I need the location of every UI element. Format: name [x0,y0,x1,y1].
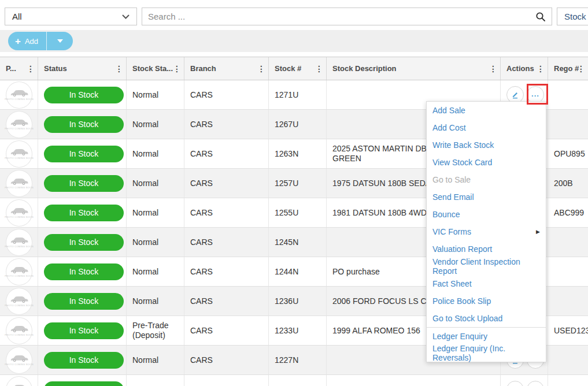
context-menu-item[interactable]: Send Email ▶ [427,188,546,206]
context-menu-item[interactable]: Vendor Client Inspection Report ▶ [427,258,546,275]
context-menu-item[interactable]: Ledger Enquiry ▶ [427,327,546,344]
more-actions-button[interactable]: ... [527,381,544,386]
column-menu-icon[interactable]: ⋮ [257,65,265,73]
stock-number-cell: 1257U [269,169,327,198]
branch-cell [184,375,269,386]
status-cell: In Stock [38,139,127,168]
column-header-stock-description[interactable]: Stock Description ⋮ [327,57,501,80]
column-header-status[interactable]: Status ⋮ [38,57,127,80]
photo-coming-soon-text: PHOTO COMING SOON [5,186,34,189]
context-menu-item-label: Go to Sale [432,175,471,184]
column-header-actions[interactable]: Actions ⋮ [501,57,548,80]
vehicle-photo-placeholder[interactable]: PHOTO COMING SOON [6,347,32,374]
column-label: Status [44,64,67,73]
stock-description-cell [327,375,501,386]
vehicle-photo-placeholder[interactable]: PHOTO COMING SOON [6,81,32,109]
context-menu-item[interactable]: VIC Forms ▶ [427,223,546,240]
context-menu-item-label: Go to Stock Upload [432,314,502,323]
column-menu-icon[interactable]: ⋮ [577,65,585,73]
context-menu-item-label: Add Cost [432,123,466,132]
stock-status-cell [127,375,184,386]
vehicle-photo-placeholder[interactable]: PHOTO COMING SOON [6,258,32,285]
photo-cell: PHOTO COMING SOON [0,110,38,139]
column-menu-icon[interactable]: ⋮ [27,65,35,73]
photo-cell: PHOTO COMING SOON [0,169,38,198]
car-icon [10,178,28,185]
column-menu-icon[interactable]: ⋮ [115,65,123,73]
context-menu-item[interactable]: Go to Stock Upload ▶ [427,310,546,327]
stock-number-cell: 1255U [269,198,327,227]
add-split-button: + Add [8,32,73,50]
car-icon [10,355,28,362]
context-menu-item[interactable]: Bounce ▶ [427,206,546,223]
column-header-stock-number[interactable]: Stock # ⋮ [269,57,327,80]
status-badge: In Stock [44,381,124,386]
stock-number-cell: 1244N [269,257,327,286]
add-button[interactable]: + Add [8,32,46,50]
top-bar: All Search ... Stock Nu [0,0,588,30]
context-menu-item: Go to Sale ▶ [427,171,546,188]
filter-type-dropdown[interactable]: All [5,8,137,25]
filter-type-value: All [12,12,22,21]
status-badge: In Stock [44,234,124,251]
rego-cell [548,110,588,139]
column-header-stock-status[interactable]: Stock Sta... ⋮ [127,57,184,80]
search-input[interactable]: Search ... [142,8,552,25]
rego-cell [548,287,588,316]
context-menu-item[interactable]: Add Cost ▶ [427,119,546,136]
column-header-branch[interactable]: Branch ⋮ [184,57,269,80]
vehicle-photo-placeholder[interactable]: PHOTO COMING SOON [6,317,32,344]
column-label: Branch [190,64,216,73]
table-row[interactable]: PHOTO COMING SOON In Stock [0,375,588,386]
vehicle-photo-placeholder[interactable]: PHOTO COMING SOON [6,111,32,138]
add-dropdown-button[interactable] [46,32,73,50]
vehicle-photo-placeholder[interactable]: PHOTO COMING SOON [6,288,32,315]
photo-cell: PHOTO COMING SOON [0,228,38,257]
column-menu-icon[interactable]: ⋮ [173,65,181,73]
status-cell: In Stock [38,198,127,227]
context-menu-item-label: Add Sale [432,106,465,115]
context-menu-item-label: Send Email [432,192,474,202]
vehicle-photo-placeholder[interactable]: PHOTO COMING SOON [6,199,32,227]
context-menu-item[interactable]: Police Book Slip ▶ [427,292,546,310]
search-field-dropdown[interactable]: Stock Nu [557,8,588,25]
column-header-rego[interactable]: Rego # ⋮ [548,57,588,80]
caret-down-icon [57,39,63,43]
photo-coming-soon-text: PHOTO COMING SOON [5,245,34,248]
car-icon [10,237,28,244]
vehicle-photo-placeholder[interactable]: PHOTO COMING SOON [6,229,32,256]
branch-cell: CARS [184,228,269,257]
context-menu-item-label: Police Book Slip [432,296,491,306]
context-menu-item[interactable]: Write Back Stock ▶ [427,136,546,154]
vehicle-photo-placeholder[interactable]: PHOTO COMING SOON [6,170,32,197]
photo-cell: PHOTO COMING SOON [0,287,38,316]
stock-status-cell: Normal [127,110,184,139]
column-menu-icon[interactable]: ⋮ [489,65,497,73]
photo-coming-soon-text: PHOTO COMING SOON [5,333,34,336]
context-menu-item[interactable]: Add Sale ▶ [427,102,546,119]
search-icon[interactable] [535,12,546,22]
photo-cell: PHOTO COMING SOON [0,139,38,168]
context-menu-item[interactable]: Ledger Enquiry (Inc. Reversals) ▶ [427,344,546,362]
status-badge: In Stock [44,263,124,280]
stock-status-cell: Normal [127,80,184,109]
context-menu-item[interactable]: Fact Sheet ▶ [427,275,546,292]
ellipsis-icon: ... [531,90,539,98]
context-menu-item[interactable]: Valuation Report ▶ [427,240,546,258]
branch-cell: CARS [184,287,269,316]
car-icon [10,90,28,97]
vehicle-photo-placeholder[interactable]: PHOTO COMING SOON [6,140,32,168]
context-menu-item[interactable]: View Stock Card ▶ [427,154,546,171]
column-header-photos[interactable]: P... ⋮ [0,57,38,80]
stock-list-page: All Search ... Stock Nu + Add [0,0,588,386]
column-menu-icon[interactable]: ⋮ [537,65,545,73]
column-menu-icon[interactable]: ⋮ [315,65,323,73]
vehicle-photo-placeholder[interactable]: PHOTO COMING SOON [6,376,32,386]
photo-cell: PHOTO COMING SOON [0,80,38,109]
edit-button[interactable] [506,381,524,386]
car-icon [10,266,28,274]
photo-cell: PHOTO COMING SOON [0,198,38,227]
stock-number-cell: 1236U [269,287,327,316]
stock-status-cell: Normal [127,287,184,316]
pencil-icon [511,91,519,99]
